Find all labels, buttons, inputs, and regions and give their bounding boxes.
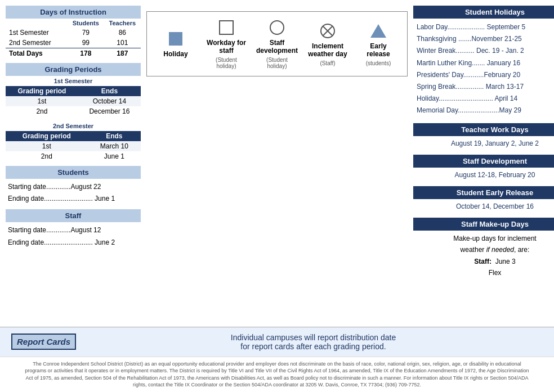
staff-development-value: August 12-18, February 20 [413, 168, 554, 183]
student-holiday-item: Winter Break.......... Dec. 19 - Jan. 2 [417, 46, 554, 56]
makeup-line1: Make-up days for inclement [418, 233, 554, 244]
student-holiday-item: Spring Break............... March 13-17 [417, 82, 554, 92]
student-holiday-item: Memorial Day......................May 29 [417, 105, 554, 116]
staff-start-label: Starting date [8, 226, 46, 234]
student-holiday-item: Thanksgiving .......November 21-25 [417, 34, 554, 44]
staff-makeup-body: Make-up days for inclement weather if ne… [413, 231, 554, 281]
makeup-staff-label: Staff: [474, 258, 492, 265]
staff-makeup-header: Staff Make-up Days [413, 218, 554, 231]
legend-holiday: Holiday [156, 30, 195, 58]
svg-rect-1 [220, 21, 233, 34]
student-early-release-section: Student Early Release October 14, Decemb… [413, 186, 554, 214]
students-end-label: Ending date [8, 195, 44, 202]
svg-point-2 [270, 21, 284, 34]
legend-early-label: Early release [359, 42, 398, 58]
semester2-label: 2nd Semester [6, 121, 141, 131]
days-of-instruction-table: Students Teachers 1st Semester79862nd Se… [6, 19, 141, 58]
ends-col2: Ends [88, 131, 141, 141]
svg-marker-6 [370, 24, 386, 38]
legend-early-sub: (students) [366, 60, 391, 66]
legend-inclement: Inclement weather day (Staff) [308, 22, 347, 66]
legend-early: Early release (students) [359, 22, 398, 66]
main-content: Days of Instruction Students Teachers 1s… [0, 0, 554, 327]
makeup-line2: weather if needed, are: [418, 244, 554, 255]
teacher-work-days-section: Teacher Work Days August 19, January 2, … [413, 123, 554, 151]
legend-inclement-sub: (Staff) [320, 60, 335, 66]
ends-col: Ends [78, 86, 141, 96]
footer: The Conroe Independent School District (… [0, 357, 554, 392]
makeup-staff-val: June 3 [495, 258, 516, 265]
makeup-staff: Staff: June 3 [418, 256, 554, 267]
legend-box: Holiday Workday for staff (Student holid… [146, 11, 408, 76]
staff-dates: Starting date.............August 12 Endi… [6, 224, 141, 248]
legend-holiday-label: Holiday [163, 50, 187, 58]
staff-end-val: June 2 [95, 238, 115, 246]
staff-development-header: Staff Development [413, 155, 554, 168]
student-holidays-header: Student Holidays [413, 6, 554, 19]
teacher-work-days-header: Teacher Work Days [413, 123, 554, 136]
students-dates: Starting date.............August 22 Endi… [6, 181, 141, 205]
staff-header: Staff [6, 209, 141, 222]
grading-table-s2: Grading period Ends 1stMarch 102ndJune 1 [6, 131, 141, 161]
workday-icon [217, 19, 235, 37]
col-students: Students [68, 19, 104, 28]
staff-start-val: August 12 [70, 226, 101, 234]
early-release-icon [369, 22, 387, 40]
makeup-flex: Flex [418, 267, 554, 278]
report-cards-badge: Report Cards [11, 334, 76, 350]
legend-staff-dev-label: Staff development [256, 39, 298, 55]
days-of-instruction-header: Days of Instruction [6, 6, 141, 19]
student-holidays-body: Labor Day.................... September … [413, 19, 554, 120]
holiday-icon [167, 30, 185, 48]
students-start-label: Starting date [8, 183, 46, 191]
grading-periods-header: Grading Periods [6, 63, 141, 76]
grading-period-col2: Grading period [6, 131, 88, 141]
student-holiday-item: Holiday............................. Apr… [417, 93, 554, 104]
student-early-release-header: Student Early Release [413, 186, 554, 199]
legend-workday: Workday for staff (Student holiday) [207, 19, 246, 69]
col-teachers: Teachers [104, 19, 141, 28]
student-early-release-value: October 14, December 16 [413, 199, 554, 214]
semester1-label: 1st Semester [6, 76, 141, 86]
svg-rect-0 [169, 32, 182, 46]
staff-makeup-section: Staff Make-up Days Make-up days for incl… [413, 218, 554, 281]
staff-dev-icon [268, 19, 286, 37]
report-cards-text: Individual campuses will report distribu… [84, 333, 543, 351]
student-holiday-item: Martin Luther King....... January 16 [417, 58, 554, 69]
middle-column: Holiday Workday for staff (Student holid… [146, 6, 408, 321]
grading-table-s1: Grading period Ends 1stOctober 142ndDece… [6, 86, 141, 116]
legend-workday-label: Workday for staff [207, 39, 246, 55]
teacher-work-days-value: August 19, January 2, June 2 [413, 136, 554, 151]
student-holiday-item: Labor Day.................... September … [417, 22, 554, 33]
inclement-icon [319, 22, 337, 40]
staff-development-section: Staff Development August 12-18, February… [413, 155, 554, 183]
right-column: Student Holidays Labor Day..............… [413, 6, 554, 321]
student-holiday-item: Presidents' Day...........February 20 [417, 70, 554, 80]
legend-staff-dev: Staff development (Student holiday) [257, 19, 297, 69]
staff-end-label: Ending date [8, 238, 44, 246]
legend-workday-sub: (Student holiday) [207, 57, 246, 69]
legend-staff-dev-sub: (Student holiday) [257, 57, 297, 69]
grading-period-col: Grading period [6, 86, 78, 96]
students-end-val: June 1 [95, 195, 115, 202]
legend-inclement-label: Inclement weather day [308, 42, 347, 58]
students-start-val: August 22 [70, 183, 101, 191]
left-column: Days of Instruction Students Teachers 1s… [6, 6, 141, 321]
report-cards-bar: Report Cards Individual campuses will re… [0, 327, 554, 357]
footer-text: The Conroe Independent School District (… [23, 361, 531, 389]
students-header: Students [6, 166, 141, 179]
page: Days of Instruction Students Teachers 1s… [0, 0, 554, 392]
